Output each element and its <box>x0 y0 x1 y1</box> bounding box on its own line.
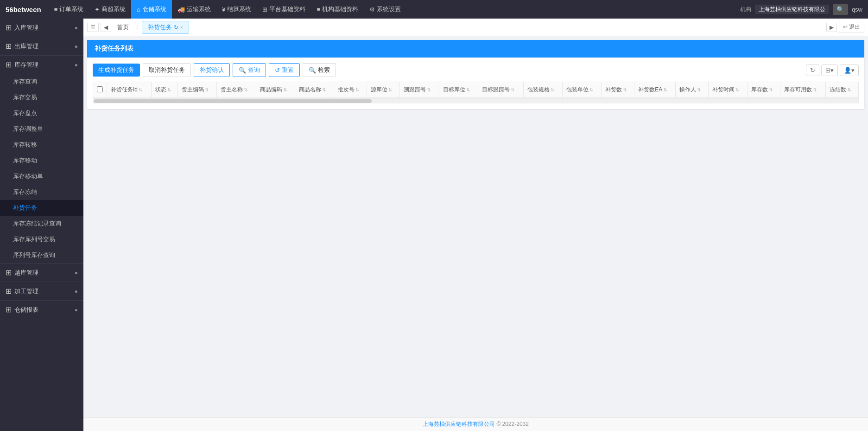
sidebar-group-processing-header[interactable]: ⊞ 加工管理 ● <box>0 282 83 300</box>
user-name: qsw <box>852 6 862 13</box>
footer: 上海芸柚供应链科技有限公司 © 2022-2032 <box>83 417 868 431</box>
sidebar-group-inbound-label: 入库管理 <box>14 24 38 32</box>
nav-item-warehouse[interactable]: ⌂ 仓储系统 <box>131 0 172 19</box>
global-search-button[interactable]: 🔍 <box>833 4 848 15</box>
th-inv-avail: 库存可用数⇅ <box>780 82 826 98</box>
nav-items: ≡ 订单系统 ✦ 商超系统 ⌂ 仓储系统 🚚 运输系统 ¥ 结算系统 ⊞ 平台基… <box>49 0 740 19</box>
sidebar-item-inv-count[interactable]: 库存盘点 <box>0 105 83 121</box>
nav-item-transport[interactable]: 🚚 运输系统 <box>172 0 216 19</box>
sidebar-item-inv-move[interactable]: 库存移动 <box>0 153 83 168</box>
sidebar-group-inventory-header[interactable]: ⊞ 库存管理 ● <box>0 56 83 74</box>
tab-home[interactable]: 首页 <box>113 23 133 32</box>
search-button[interactable]: 🔍 检索 <box>303 63 336 77</box>
user-settings-button[interactable]: 👤▾ <box>840 64 859 76</box>
th-replenish-qty: 补货数⇅ <box>602 82 634 98</box>
reset-button[interactable]: ↺ 重置 <box>269 63 300 77</box>
org-base-icon: ≡ <box>317 6 320 13</box>
sidebar-item-inv-freeze[interactable]: 库存冻结 <box>0 184 83 200</box>
nav-item-warehouse-label: 仓储系统 <box>142 5 166 13</box>
query-button[interactable]: 🔍 查询 <box>233 63 266 77</box>
sidebar-group-cross-dock-header[interactable]: ⊞ 越库管理 ● <box>0 264 83 282</box>
dots-icon: ⊞ <box>6 23 12 32</box>
nav-item-transport-label: 运输系统 <box>187 5 211 13</box>
menu-toggle-button[interactable]: ☰ <box>87 23 99 32</box>
outbound-dots-icon: ⊞ <box>6 42 12 51</box>
th-target-trace: 目标跟踪号⇅ <box>478 82 523 98</box>
horizontal-scrollbar[interactable] <box>93 98 859 103</box>
th-status: 状态⇅ <box>151 82 177 98</box>
wh-report-dots-icon: ⊞ <box>6 305 12 314</box>
main-layout: ⊞ 入库管理 ● ⊞ 出库管理 ● ⊞ 库存管理 <box>0 19 868 431</box>
nav-item-sys-settings-label: 系统设置 <box>377 5 401 13</box>
sidebar-group-inventory: ⊞ 库存管理 ● 库存查询 库存交易 库存盘点 库存调整单 库存转移 库存移动 … <box>0 56 83 264</box>
th-supplier-name: 货主名称⇅ <box>217 82 256 98</box>
sidebar-item-inv-move-single[interactable]: 库存移动单 <box>0 168 83 184</box>
th-supplier-code: 货主编码⇅ <box>177 82 216 98</box>
sidebar-group-wh-report-label: 仓储报表 <box>14 306 38 314</box>
sidebar: ⊞ 入库管理 ● ⊞ 出库管理 ● ⊞ 库存管理 <box>0 19 83 431</box>
tab-refresh-icon[interactable]: ↻ <box>174 24 178 31</box>
nav-item-finance-label: 结算系统 <box>227 5 251 13</box>
nav-item-supermarket[interactable]: ✦ 商超系统 <box>89 0 131 19</box>
th-trace-no: 溯跟踪号⇅ <box>400 82 439 98</box>
nav-item-finance[interactable]: ¥ 结算系统 <box>216 0 257 19</box>
confirm-replenish-button[interactable]: 补货确认 <box>194 63 230 77</box>
expand-inventory-icon: ● <box>75 62 78 68</box>
exit-icon: ↩ <box>843 24 848 30</box>
sidebar-item-inv-serial-trade[interactable]: 库存库列号交易 <box>0 232 83 247</box>
cancel-task-button[interactable]: 取消补货任务 <box>143 63 191 77</box>
expand-cross-dock-icon: ● <box>75 270 78 276</box>
nav-item-order[interactable]: ≡ 订单系统 <box>49 0 89 19</box>
tab-prev-button[interactable]: ◀ <box>101 23 111 32</box>
sidebar-group-wh-report: ⊞ 仓储报表 ● <box>0 301 83 319</box>
main-content: ☰ ◀ 首页 / 补货任务 ↻ × ▶ ↩ 退出 <box>83 19 868 431</box>
sidebar-item-inv-serial-query[interactable]: 序列号库存查询 <box>0 247 83 263</box>
th-batch-no: 批次号⇅ <box>334 82 367 98</box>
refresh-button[interactable]: ↻ <box>806 64 819 76</box>
sidebar-item-inv-transfer[interactable]: 库存转移 <box>0 137 83 153</box>
nav-item-sys-settings[interactable]: ⚙ 系统设置 <box>364 0 406 19</box>
tab-close-icon[interactable]: × <box>180 25 183 30</box>
nav-right: 机构 🔍 qsw <box>740 4 862 15</box>
institution-input[interactable] <box>755 5 829 14</box>
sidebar-item-inv-trade[interactable]: 库存交易 <box>0 90 83 105</box>
footer-company-link[interactable]: 上海芸柚供应链科技有限公司 <box>423 421 495 427</box>
finance-icon: ¥ <box>222 6 225 13</box>
nav-item-org-base[interactable]: ≡ 机构基础资料 <box>311 0 364 19</box>
sidebar-item-inv-query[interactable]: 库存查询 <box>0 74 83 90</box>
tab-bar: ☰ ◀ 首页 / 补货任务 ↻ × ▶ ↩ 退出 <box>83 19 868 36</box>
expand-processing-icon: ● <box>75 288 78 295</box>
th-replenish-time: 补货时间⇅ <box>709 82 748 98</box>
sidebar-group-wh-report-header[interactable]: ⊞ 仓储报表 ● <box>0 301 83 319</box>
expand-wh-report-icon: ● <box>75 307 78 313</box>
order-icon: ≡ <box>54 6 58 13</box>
nav-item-platform-base[interactable]: ⊞ 平台基础资料 <box>257 0 311 19</box>
th-operator: 操作人⇅ <box>676 82 709 98</box>
tab-next-button[interactable]: ▶ <box>826 23 837 32</box>
column-settings-button[interactable]: ⊞▾ <box>821 64 838 76</box>
sidebar-group-inbound: ⊞ 入库管理 ● <box>0 19 83 37</box>
expand-inbound-icon: ● <box>75 25 78 31</box>
sidebar-item-inv-freeze-log[interactable]: 库存冻结记录查询 <box>0 216 83 232</box>
th-target-loc: 目标库位⇅ <box>439 82 478 98</box>
page-area: 补货任务列表 生成补货任务 取消补货任务 补货确认 🔍 查询 ↺ <box>83 36 868 417</box>
sidebar-item-replenish-task[interactable]: 补货任务 <box>0 200 83 216</box>
card-body: 生成补货任务 取消补货任务 补货确认 🔍 查询 ↺ 重置 🔍 <box>87 58 864 109</box>
transport-icon: 🚚 <box>177 6 185 13</box>
generate-task-button[interactable]: 生成补货任务 <box>93 64 140 77</box>
table-container: 补货任务Id⇅ 状态⇅ 货主编码⇅ 货主名称⇅ 商品编码⇅ 商品名称⇅ 批次号⇅… <box>93 82 859 103</box>
institution-label: 机构 <box>740 6 751 13</box>
exit-button[interactable]: ↩ 退出 <box>839 22 864 32</box>
main-card: 补货任务列表 生成补货任务 取消补货任务 补货确认 🔍 查询 ↺ <box>87 40 864 109</box>
scroll-thumb[interactable] <box>94 99 372 103</box>
th-inv-qty: 库存数⇅ <box>748 82 780 98</box>
sidebar-item-inv-adjust[interactable]: 库存调整单 <box>0 121 83 137</box>
select-all-checkbox[interactable] <box>97 86 103 92</box>
sidebar-group-processing-label: 加工管理 <box>14 287 38 296</box>
th-src-loc: 源库位⇅ <box>367 82 400 98</box>
tab-replenish-task[interactable]: 补货任务 ↻ × <box>142 21 189 34</box>
sidebar-group-outbound-header[interactable]: ⊞ 出库管理 ● <box>0 37 83 55</box>
nav-item-supermarket-label: 商超系统 <box>101 5 126 13</box>
sidebar-group-inbound-header[interactable]: ⊞ 入库管理 ● <box>0 19 83 37</box>
th-replenish-ea: 补货数EA⇅ <box>634 82 676 98</box>
